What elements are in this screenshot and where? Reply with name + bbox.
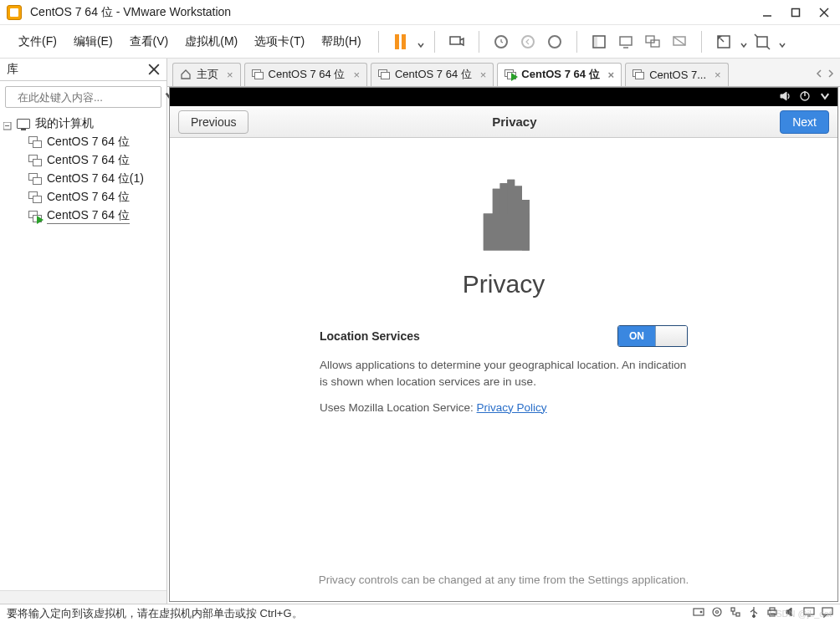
cd-icon[interactable] (711, 606, 723, 620)
clock-back-icon (521, 35, 535, 48)
snapshot-manage-button[interactable] (543, 30, 566, 54)
tab-label: CentOS 7... (649, 69, 706, 81)
library-search-input[interactable] (16, 90, 160, 105)
tab-vm-active[interactable]: CentOS 7 64 位 × (497, 63, 622, 86)
tree-vm-item[interactable]: CentOS 7 64 位 (3, 133, 163, 151)
vm-icon (252, 69, 264, 79)
stretch-guest-button[interactable] (750, 30, 774, 54)
tree-vm-item-active[interactable]: CentOS 7 64 位 (3, 206, 163, 226)
library-close-button[interactable] (148, 64, 160, 75)
tab-home[interactable]: 主页 × (172, 63, 241, 86)
menu-tabs[interactable]: 选项卡(T) (248, 31, 311, 53)
harddisk-icon[interactable] (693, 606, 704, 620)
menu-help[interactable]: 帮助(H) (315, 31, 367, 53)
next-button[interactable]: Next (780, 110, 829, 134)
network-icon[interactable] (730, 606, 741, 620)
location-services-description: Allows applications to determine your ge… (320, 357, 688, 391)
tab-close-button[interactable]: × (608, 69, 615, 81)
tab-close-button[interactable]: × (353, 69, 360, 81)
vmware-app-icon (7, 5, 22, 20)
tab-vm[interactable]: CentOS 7 64 位 × (371, 63, 494, 86)
view-single-button[interactable] (587, 30, 611, 54)
usb-icon[interactable] (748, 606, 760, 620)
svg-rect-35 (736, 613, 740, 616)
pause-vm-button[interactable] (389, 30, 412, 54)
switch-on-label: ON (618, 326, 655, 346)
snapshot-revert-button[interactable] (516, 30, 540, 54)
policy-prefix: Uses Mozilla Location Service: (320, 401, 477, 414)
menu-view[interactable]: 查看(V) (123, 31, 176, 53)
separator (479, 31, 479, 53)
svg-rect-25 (500, 183, 508, 217)
tab-scroll-left[interactable] (815, 68, 823, 80)
tab-scroll-right[interactable] (827, 68, 835, 80)
privacy-footer-note: Privacy controls can be changed at any t… (319, 574, 689, 586)
location-services-row: Location Services ON (320, 325, 688, 347)
tab-close-button[interactable]: × (227, 69, 233, 81)
tree-root-my-computer[interactable]: 我的计算机 (3, 115, 163, 133)
power-icon[interactable] (799, 90, 811, 105)
vm-icon (28, 155, 42, 166)
chevron-down-icon[interactable] (819, 90, 831, 105)
tab-label: CentOS 7 64 位 (521, 67, 599, 82)
snapshot-take-button[interactable] (489, 30, 513, 54)
stretch-caret[interactable] (779, 38, 786, 45)
tab-label: CentOS 7 64 位 (395, 67, 472, 82)
view-multimon-button[interactable] (641, 30, 664, 54)
guest-body: Privacy Location Services ON Allows appl… (170, 138, 837, 601)
switch-knob (655, 326, 687, 346)
vm-tabs: 主页 × CentOS 7 64 位 × CentOS 7 64 位 × Cen… (167, 59, 840, 87)
window-minimize-button[interactable] (758, 4, 776, 21)
library-hscroll[interactable] (0, 590, 166, 604)
svg-rect-27 (515, 186, 522, 217)
tree-vm-item[interactable]: CentOS 7 64 位(1) (3, 170, 163, 188)
vm-viewport[interactable]: Previous Privacy Next Privacy Locat (169, 87, 838, 602)
pause-dropdown[interactable] (417, 38, 424, 45)
location-services-switch[interactable]: ON (617, 325, 688, 347)
clock-manage-icon (548, 35, 561, 48)
separator (378, 31, 379, 53)
previous-button[interactable]: Previous (178, 110, 248, 134)
menu-edit[interactable]: 编辑(E) (67, 31, 120, 53)
separator (434, 31, 435, 53)
content-area: 主页 × CentOS 7 64 位 × CentOS 7 64 位 × Cen… (167, 59, 840, 604)
send-ctrl-alt-del-button[interactable] (445, 30, 469, 54)
guest-header-title: Privacy (248, 115, 780, 129)
guest-topbar (170, 88, 837, 106)
privacy-policy-link[interactable]: Privacy Policy (477, 401, 547, 414)
vm-icon (633, 69, 644, 79)
svg-rect-9 (646, 36, 654, 43)
clock-icon (494, 35, 508, 48)
main-split: 库 我的计算机 CentOS 7 64 位 CentOS 7 64 位 (0, 59, 840, 604)
pause-icon (395, 34, 406, 49)
tab-scroll-nav (815, 68, 835, 80)
privacy-settings: Location Services ON Allows applications… (320, 325, 688, 425)
svg-rect-24 (493, 189, 500, 217)
volume-icon[interactable] (779, 90, 791, 105)
window-close-button[interactable] (815, 4, 833, 21)
svg-rect-10 (651, 40, 659, 47)
view-unity-button[interactable] (668, 30, 691, 54)
tab-vm[interactable]: CentOS 7... × (625, 63, 729, 86)
vm-icon (28, 136, 42, 148)
tree-vm-item[interactable]: CentOS 7 64 位 (3, 151, 163, 170)
vm-running-icon (28, 211, 42, 222)
window-maximize-button[interactable] (786, 4, 805, 21)
menu-vm[interactable]: 虚拟机(M) (178, 31, 244, 53)
library-search[interactable] (5, 86, 161, 108)
tab-vm[interactable]: CentOS 7 64 位 × (244, 63, 367, 86)
view-console-button[interactable] (614, 30, 638, 54)
tree-vm-item[interactable]: CentOS 7 64 位 (3, 188, 163, 206)
enter-fullscreen-button[interactable] (712, 30, 735, 54)
tree-item-label: CentOS 7 64 位 (47, 208, 130, 224)
window-titlebar: CentOS 7 64 位 - VMware Workstation (0, 0, 840, 25)
svg-point-31 (700, 611, 702, 613)
tab-close-button[interactable]: × (715, 69, 721, 81)
library-header: 库 (0, 59, 166, 81)
fullscreen-caret[interactable] (740, 38, 747, 45)
menu-file[interactable]: 文件(F) (12, 31, 64, 53)
tab-close-button[interactable]: × (480, 69, 487, 81)
svg-rect-7 (620, 37, 632, 45)
svg-rect-1 (792, 8, 800, 16)
library-tree: 我的计算机 CentOS 7 64 位 CentOS 7 64 位 CentOS… (0, 113, 166, 590)
